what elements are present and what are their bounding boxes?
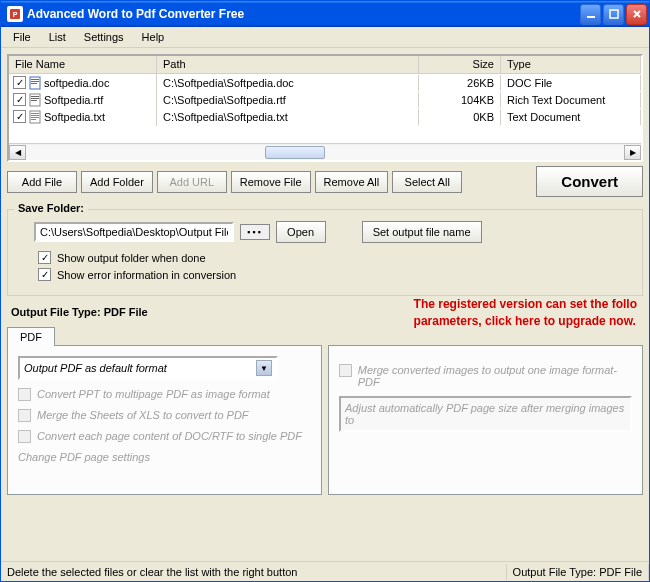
output-path-input[interactable] [34, 222, 234, 242]
file-row[interactable]: ✓ Softpedia.txt C:\Softpedia\Softpedia.t… [9, 108, 641, 125]
xls-option-label: Merge the Sheets of XLS to convert to PD… [37, 409, 249, 421]
svg-rect-2 [587, 16, 595, 18]
svg-rect-11 [31, 100, 37, 101]
show-folder-checkbox[interactable]: ✓ [38, 251, 51, 264]
menu-settings[interactable]: Settings [76, 29, 132, 45]
statusbar: Delete the selected files or clear the l… [1, 561, 649, 581]
file-row[interactable]: ✓ Softpedia.rtf C:\Softpedia\Softpedia.r… [9, 91, 641, 108]
show-errors-label: Show error information in conversion [57, 269, 236, 281]
pdf-options-panel-left: Output PDF as default format ▼ Convert P… [7, 345, 322, 495]
doc-checkbox [18, 430, 31, 443]
add-file-button[interactable]: Add File [7, 171, 77, 193]
file-path: C:\Softpedia\Softpedia.doc [157, 75, 419, 91]
convert-button[interactable]: Convert [536, 166, 643, 197]
save-folder-group: Save Folder: ▪▪▪ Open Set output file na… [7, 209, 643, 296]
col-path[interactable]: Path [157, 56, 419, 73]
file-path: C:\Softpedia\Softpedia.rtf [157, 92, 419, 108]
merge-images-label: Merge converted images to output one ima… [358, 364, 632, 388]
svg-rect-5 [31, 79, 39, 80]
close-button[interactable] [626, 4, 647, 25]
pdf-tab[interactable]: PDF [7, 327, 55, 346]
menu-help[interactable]: Help [134, 29, 173, 45]
col-filename[interactable]: File Name [9, 56, 157, 73]
file-row[interactable]: ✓ softpedia.doc C:\Softpedia\Softpedia.d… [9, 74, 641, 91]
status-right: Output File Type: PDF File [507, 564, 649, 580]
file-checkbox[interactable]: ✓ [13, 110, 26, 123]
rtf-icon [28, 93, 42, 107]
upgrade-notice[interactable]: The registered version can set the follo… [414, 296, 637, 330]
app-icon: P [7, 6, 23, 22]
app-window: P Advanced Word to Pdf Converter Free Fi… [0, 0, 650, 582]
ppt-option-label: Convert PPT to multipage PDF as image fo… [37, 388, 270, 400]
svg-rect-7 [31, 83, 37, 84]
show-errors-checkbox[interactable]: ✓ [38, 268, 51, 281]
file-size: 26KB [419, 75, 501, 91]
svg-rect-10 [31, 98, 39, 99]
window-title: Advanced Word to Pdf Converter Free [27, 7, 580, 21]
open-button[interactable]: Open [276, 221, 326, 243]
file-name: Softpedia.txt [44, 111, 105, 123]
file-checkbox[interactable]: ✓ [13, 93, 26, 106]
add-url-button: Add URL [157, 171, 227, 193]
show-folder-label: Show output folder when done [57, 252, 206, 264]
adjust-size-label: Adjust automatically PDF page size after… [345, 402, 624, 426]
svg-rect-16 [31, 119, 36, 120]
select-all-button[interactable]: Select All [392, 171, 462, 193]
file-checkbox[interactable]: ✓ [13, 76, 26, 89]
svg-rect-14 [31, 115, 39, 116]
scroll-thumb[interactable] [265, 146, 325, 159]
file-type: Text Document [501, 109, 641, 125]
minimize-button[interactable] [580, 4, 601, 25]
file-path: C:\Softpedia\Softpedia.txt [157, 109, 419, 125]
col-type[interactable]: Type [501, 56, 641, 73]
file-size: 104KB [419, 92, 501, 108]
output-format-combo[interactable]: Output PDF as default format ▼ [18, 356, 278, 380]
svg-rect-9 [31, 96, 39, 97]
menu-file[interactable]: File [5, 29, 39, 45]
file-list[interactable]: File Name Path Size Type ✓ softpedia.doc… [7, 54, 643, 162]
ppt-checkbox [18, 388, 31, 401]
menu-list[interactable]: List [41, 29, 74, 45]
doc-option-label: Convert each page content of DOC/RTF to … [37, 430, 302, 442]
svg-rect-3 [610, 10, 618, 18]
save-folder-title: Save Folder: [14, 202, 88, 214]
toolbar: Add File Add Folder Add URL Remove File … [7, 166, 643, 197]
svg-text:P: P [13, 11, 18, 18]
remove-file-button[interactable]: Remove File [231, 171, 311, 193]
file-type: DOC File [501, 75, 641, 91]
change-pdf-settings-link: Change PDF page settings [18, 451, 311, 463]
pdf-options-panel-right: Merge converted images to output one ima… [328, 345, 643, 495]
doc-icon [28, 76, 42, 90]
set-output-filename-button[interactable]: Set output file name [362, 221, 482, 243]
txt-icon [28, 110, 42, 124]
file-size: 0KB [419, 109, 501, 125]
xls-checkbox [18, 409, 31, 422]
maximize-button[interactable] [603, 4, 624, 25]
menubar: File List Settings Help [1, 27, 649, 48]
browse-button[interactable]: ▪▪▪ [240, 224, 270, 240]
file-list-header: File Name Path Size Type [9, 56, 641, 74]
status-left: Delete the selected files or clear the l… [1, 564, 507, 580]
horizontal-scrollbar[interactable]: ◀ ▶ [9, 143, 641, 160]
file-type: Rich Text Document [501, 92, 641, 108]
file-name: softpedia.doc [44, 77, 109, 89]
remove-all-button[interactable]: Remove All [315, 171, 389, 193]
output-tabs: PDF Output PDF as default format ▼ Conve… [7, 326, 643, 495]
scroll-right-button[interactable]: ▶ [624, 145, 641, 160]
col-size[interactable]: Size [419, 56, 501, 73]
file-name: Softpedia.rtf [44, 94, 103, 106]
dropdown-icon[interactable]: ▼ [256, 360, 272, 376]
svg-rect-6 [31, 81, 39, 82]
svg-rect-13 [31, 113, 39, 114]
merge-images-checkbox [339, 364, 352, 377]
scroll-left-button[interactable]: ◀ [9, 145, 26, 160]
add-folder-button[interactable]: Add Folder [81, 171, 153, 193]
svg-rect-15 [31, 117, 39, 118]
titlebar: P Advanced Word to Pdf Converter Free [1, 1, 649, 27]
